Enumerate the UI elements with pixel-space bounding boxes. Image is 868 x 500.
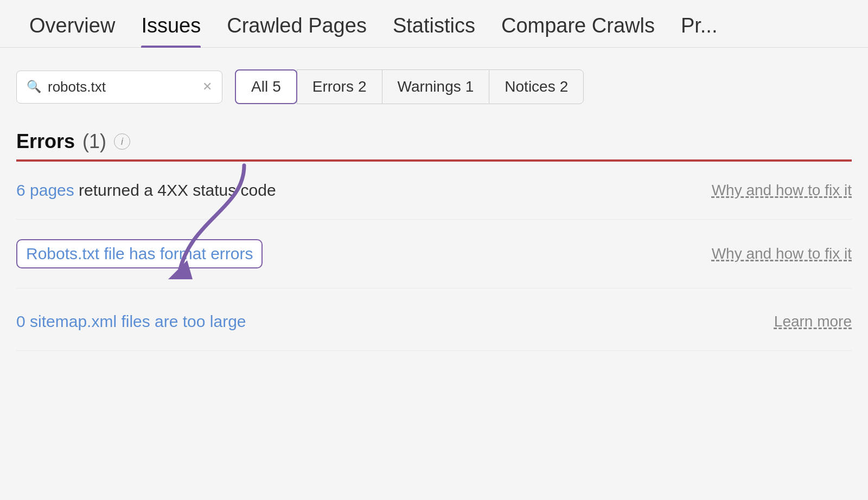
filter-buttons: All5 Errors2 Warnings1 Notices2 [235,69,584,104]
errors-count: (1) [82,130,106,153]
main-content: 🔍 robots.txt ✕ All5 Errors2 Warnings1 No… [0,48,868,373]
tab-statistics[interactable]: Statistics [380,14,488,47]
issue-4xx-pages-link[interactable]: 6 pages [16,181,74,199]
filter-bar: 🔍 robots.txt ✕ All5 Errors2 Warnings1 No… [16,69,852,104]
issue-robots-text: Robots.txt file has format errors [16,239,690,268]
filter-warnings-button[interactable]: Warnings1 [382,69,490,104]
errors-title-text: Errors [16,130,75,153]
clear-search-icon[interactable]: ✕ [202,80,212,94]
issue-row-sitemap: 0 sitemap.xml files are too large Learn … [16,293,852,351]
tab-crawled-pages[interactable]: Crawled Pages [214,14,380,47]
issue-4xx-text: 6 pages returned a 4XX status code [16,181,690,200]
issue-4xx-rest: returned a 4XX status code [74,181,276,199]
errors-section-title: Errors (1) i [16,130,852,153]
issue-robots-why-fix-link[interactable]: Why and how to fix it [712,245,852,262]
top-navigation: Overview Issues Crawled Pages Statistics… [0,0,868,48]
tab-pr[interactable]: Pr... [668,14,731,47]
tab-compare-crawls[interactable]: Compare Crawls [488,14,668,47]
filter-all-button[interactable]: All5 [235,69,297,104]
issue-sitemap-learn-more-link[interactable]: Learn more [774,313,852,330]
search-box[interactable]: 🔍 robots.txt ✕ [16,70,222,104]
issue-sitemap-link[interactable]: 0 sitemap.xml files are too large [16,312,246,330]
search-value: robots.txt [48,79,196,95]
issue-sitemap-text: 0 sitemap.xml files are too large [16,312,752,331]
issue-4xx-why-fix-link[interactable]: Why and how to fix it [712,182,852,199]
warnings-section: 0 sitemap.xml files are too large Learn … [16,293,852,351]
errors-info-icon[interactable]: i [114,133,130,150]
search-icon: 🔍 [27,80,41,94]
issue-row-robots: Robots.txt file has format errors Why an… [16,220,852,289]
filter-notices-button[interactable]: Notices2 [489,69,584,104]
errors-section: Errors (1) i 6 pages returned a 4XX stat… [16,130,852,289]
issue-row-4xx: 6 pages returned a 4XX status code Why a… [16,162,852,220]
tab-overview[interactable]: Overview [16,14,128,47]
tab-issues[interactable]: Issues [128,14,214,47]
issue-robots-link[interactable]: Robots.txt file has format errors [16,239,263,268]
filter-errors-button[interactable]: Errors2 [297,69,382,104]
